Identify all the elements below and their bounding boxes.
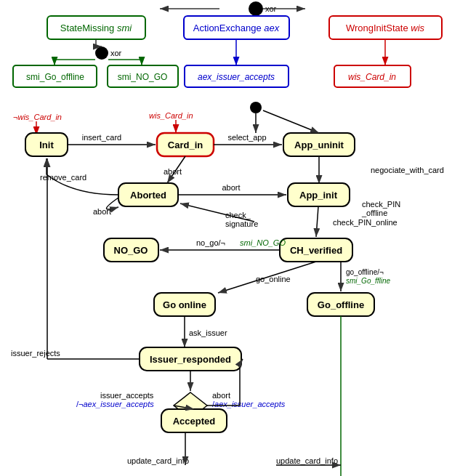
init-label: Init — [39, 140, 54, 150]
smi-go-offline-label: smi_Go_offline — [26, 72, 84, 82]
smi-no-go-label: smi_NO_GO — [118, 72, 168, 82]
aex-issuer-accepts-label: aex_issuer_accepts — [198, 72, 275, 82]
abort-card-in-label: abort — [164, 167, 182, 176]
xor-circle-sm — [95, 47, 108, 60]
insert-card-label: insert_card — [82, 133, 121, 142]
issuer-rejects-label: issuer_rejects — [11, 349, 60, 358]
wis-card-in-label: wis_Card_in — [348, 72, 396, 82]
aborted-label: Aborted — [130, 190, 166, 201]
state-missing-label: StateMissing smi — [60, 23, 132, 33]
aex-accepts-label: /aex_issuer_accepts — [212, 400, 286, 408]
update-card-info-right: update_card_info — [276, 456, 338, 465]
app-init-label: App_init — [299, 190, 338, 201]
ask-issuer-label: ask_issuer — [189, 328, 227, 337]
start-state — [250, 102, 262, 113]
abort-self-label: abort — [93, 207, 111, 216]
update-card-info-left: update_card_info — [127, 456, 189, 465]
accepted-label: Accepted — [173, 416, 216, 427]
issuer-accepts-label: issuer_accepts — [100, 391, 154, 400]
neg-wis-card-in-label: ¬wis_Card_in — [13, 113, 62, 121]
app-uninit-label: App_uninit — [294, 140, 344, 150]
go-online-label: Go online — [163, 299, 206, 310]
svg-line-38 — [263, 110, 319, 133]
negociate-label: negociate_with_card — [371, 166, 444, 174]
neg-aex-label: /¬aex_issuer_accepts — [76, 400, 154, 408]
smi-go-offline-ref: smi_Go_ffline — [346, 277, 391, 285]
check-sig-label2: signature — [225, 219, 258, 228]
no-go-label: NO_GO — [114, 245, 148, 256]
wis-card-in-annotation: wis_Card_in — [149, 111, 193, 120]
smi-no-go-ref: smi_NO_GO — [240, 238, 286, 247]
no-go-neg-label: no_go/¬ — [196, 238, 225, 247]
go-offline-label: Go_offline — [318, 299, 364, 310]
ch-verified-label: CH_verified — [290, 245, 342, 256]
abort-to-app-init-label: abort — [222, 183, 240, 192]
svg-line-21 — [316, 206, 318, 237]
xor-circle-top — [249, 1, 263, 16]
go-online-trans-label: go_online — [256, 275, 291, 283]
xor-label-sm: xor — [110, 49, 122, 57]
issuer-responded-label: Issuer_responded — [150, 354, 231, 365]
go-offline-trans-label: go_offline/¬ — [346, 268, 384, 276]
check-pin-offline-label: check_PIN — [362, 200, 400, 209]
action-exchange-label: ActionExchange aex — [193, 23, 280, 33]
select-app-label: select_app — [227, 133, 266, 142]
abort-diamond-label: abort — [212, 391, 230, 400]
wrong-init-state-label: WrongInitState wis — [346, 23, 425, 33]
check-pin-online-label: check_PIN_online — [333, 218, 398, 227]
check-pin-offline-label2: _offline — [361, 209, 387, 217]
card-in-label: Card_in — [168, 140, 203, 150]
